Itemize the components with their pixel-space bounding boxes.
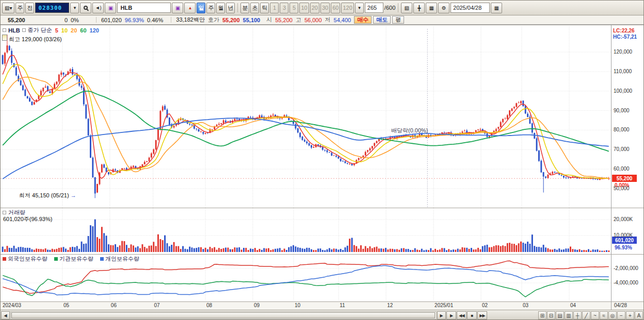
- interval-5-button[interactable]: 5: [289, 3, 298, 13]
- quote-bar: 55,200 0 0% 601,020 96.93% 0.46% 33,182백…: [1, 15, 643, 25]
- interval-60-button[interactable]: 60: [331, 3, 340, 13]
- save-chart-button[interactable]: ▦: [426, 3, 437, 13]
- period-day-button[interactable]: 일: [197, 3, 205, 13]
- rewind-button[interactable]: ◀◀: [457, 311, 466, 319]
- trade-value: 33,182백만: [176, 16, 205, 24]
- screen-merge-icon[interactable]: ⊟: [547, 311, 555, 319]
- separator: [96, 17, 96, 23]
- stock-name-field[interactable]: HLB: [117, 3, 171, 13]
- period-year-button[interactable]: 년: [226, 3, 235, 13]
- alert-button[interactable]: ▲: [184, 3, 196, 13]
- axis-tick-label: 70,000: [614, 146, 630, 152]
- period-month-button[interactable]: 월: [216, 3, 225, 13]
- scroll-right-button[interactable]: ▶: [437, 311, 446, 319]
- buy-button[interactable]: 매수: [354, 16, 372, 24]
- prev-button[interactable]: 전: [25, 3, 34, 13]
- second-button[interactable]: 초: [250, 3, 259, 13]
- x-axis-label: 05: [63, 302, 69, 308]
- interval-3-button[interactable]: 3: [280, 3, 288, 13]
- sell-button[interactable]: 매도: [373, 16, 391, 24]
- scrollbar-thumb[interactable]: [11, 312, 435, 318]
- chart-scrollbar[interactable]: [10, 311, 437, 319]
- trendline-icon[interactable]: ╱: [582, 311, 590, 319]
- toolbar: ▧▾ 주 전 028300 ▼ ◄) ▣ HLB ▣ ▲ 일 주 월 년 분 초…: [1, 1, 643, 15]
- bar-count-input[interactable]: 265: [365, 3, 383, 13]
- tick-button[interactable]: 틱: [260, 3, 269, 13]
- price-axis[interactable]: LC:22,26 HC:-57,21 55,200 0.00% 601,020 …: [611, 25, 644, 310]
- axis-tick-label: 10,000K: [614, 232, 633, 238]
- open-label: 시: [266, 16, 272, 24]
- open-price: 55,200: [275, 17, 293, 23]
- price-change: 0: [47, 17, 68, 23]
- avg-button[interactable]: 평: [392, 16, 404, 24]
- calendar-icon: ▦: [494, 5, 499, 11]
- chevron-down-icon: ▾: [9, 5, 12, 11]
- text-tool-icon[interactable]: A: [635, 311, 643, 319]
- chart-canvas[interactable]: [1, 1, 644, 320]
- zoom-area-icon[interactable]: ◎: [608, 311, 617, 319]
- zoom-in-icon[interactable]: +: [626, 311, 634, 319]
- chart-type-button[interactable]: ▧▾: [2, 3, 14, 13]
- crosshair-tool-button[interactable]: ╋: [413, 3, 425, 13]
- axis-tick-label: 20,000K: [614, 216, 633, 222]
- favorite-button[interactable]: ▣: [105, 3, 116, 13]
- indicator-window-icon[interactable]: ▤: [556, 311, 564, 319]
- chart-type-icon: ▧: [5, 5, 9, 11]
- code-dropdown-button[interactable]: ▼: [70, 3, 79, 13]
- high-label: 고: [296, 16, 301, 24]
- axis-tick-label: -2,000,000: [614, 265, 638, 271]
- stop-button[interactable]: ■: [467, 311, 477, 319]
- high-change-label: HC:-57,21: [613, 34, 637, 40]
- axis-tick-label: 80,000: [614, 127, 630, 132]
- current-volume-pct: 96.93%: [615, 245, 632, 250]
- hoga-label: 호가: [208, 16, 219, 24]
- volume-ratio: 96.93%: [125, 17, 144, 23]
- high-price: 56,000: [304, 17, 322, 23]
- interval-10-button[interactable]: 10: [299, 3, 309, 13]
- search-button[interactable]: [80, 3, 91, 13]
- axis-tick-label: 100,000: [614, 88, 632, 94]
- bottom-bar: ◀ ▶ ▶ ◀◀ ■ ▶▶ ⊞ ⊟ ▤ ▥ ┼ ╱ ~ ≈ ◎ − + A: [1, 310, 643, 320]
- interval-1-button[interactable]: 1: [270, 3, 279, 13]
- low-price: 54,400: [334, 17, 351, 23]
- stock-button[interactable]: 주: [15, 3, 24, 13]
- period-week-button[interactable]: 주: [206, 3, 215, 13]
- fast-forward-button[interactable]: ▶▶: [477, 311, 487, 319]
- zoom-out-icon[interactable]: −: [617, 311, 625, 319]
- x-axis-label: 2025/01: [434, 302, 453, 308]
- interval-30-button[interactable]: 30: [320, 3, 330, 13]
- interval-dropdown-button[interactable]: ▼: [355, 3, 364, 13]
- interval-20-button[interactable]: 20: [310, 3, 319, 13]
- screen-split-icon[interactable]: ⊞: [538, 311, 546, 319]
- gear-icon: ⚙: [442, 5, 446, 11]
- prev-stock-button[interactable]: ▣: [172, 3, 183, 13]
- axis-tick-label: 120,000: [614, 49, 632, 55]
- low-change-label: LC:22,26: [613, 28, 635, 33]
- interval-120-button[interactable]: 120: [341, 3, 353, 13]
- chart-window: ▧▾ 주 전 028300 ▼ ◄) ▣ HLB ▣ ▲ 일 주 월 년 분 초…: [0, 0, 644, 320]
- x-axis-label: 09: [254, 302, 260, 308]
- crosshair-icon[interactable]: ┼: [573, 311, 582, 319]
- pattern-tool-icon[interactable]: ≈: [600, 311, 608, 319]
- date-input[interactable]: 2025/04/28: [450, 3, 490, 13]
- separator: [398, 3, 398, 12]
- end-date-label: 04/28: [614, 302, 627, 308]
- x-axis-label: 03: [523, 302, 528, 308]
- minute-button[interactable]: 분: [240, 3, 249, 13]
- play-button[interactable]: ▶: [446, 311, 456, 319]
- scroll-left-button[interactable]: ◀: [1, 311, 10, 319]
- calendar-button[interactable]: ▦: [491, 3, 502, 13]
- current-price: 55,200: [8, 17, 44, 23]
- grid-style-icon[interactable]: ▥: [565, 311, 573, 319]
- wave-tool-icon[interactable]: ~: [591, 311, 599, 319]
- time-axis[interactable]: 2024/0305060708091011122025/01020304: [1, 301, 611, 310]
- price-change-pct: 0%: [71, 17, 88, 23]
- settings-button[interactable]: ⚙: [438, 3, 449, 13]
- sound-button[interactable]: ◄): [92, 3, 104, 13]
- x-axis-label: 07: [154, 302, 160, 308]
- bar-total-label: /600: [384, 5, 395, 11]
- stock-code-input[interactable]: 028300: [35, 3, 69, 13]
- compare-chart-button[interactable]: ▧: [401, 3, 412, 13]
- x-axis-label: 04: [570, 302, 576, 308]
- x-axis-label: 2024/03: [3, 302, 21, 308]
